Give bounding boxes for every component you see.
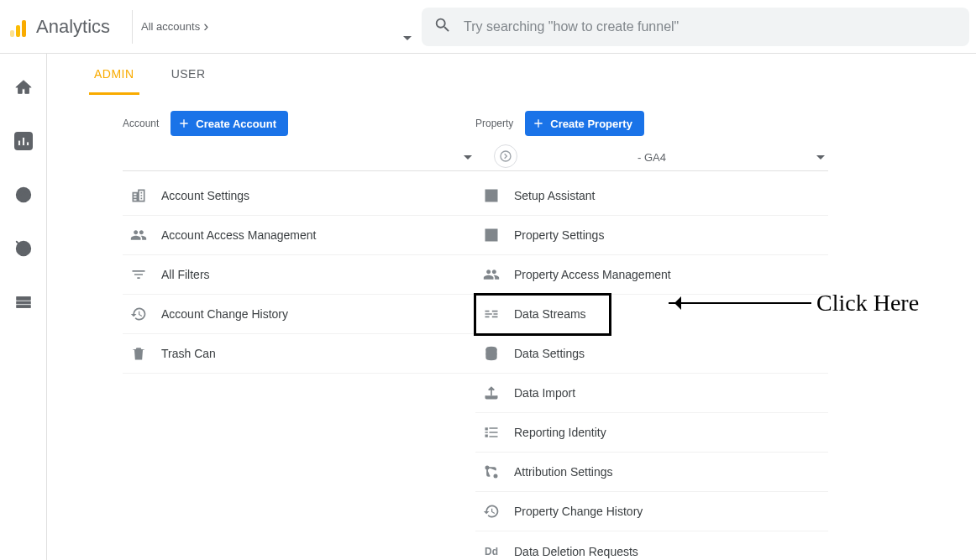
property-settings-item[interactable]: Property Settings (475, 216, 828, 255)
svg-rect-7 (16, 301, 30, 304)
account-picker[interactable]: All accounts › (141, 7, 418, 47)
admin-main: ADMIN USER Account Create Account (47, 54, 976, 560)
menu-item-label: Account Change History (161, 307, 288, 321)
account-column-label: Account (123, 118, 159, 129)
reporting-identity-item[interactable]: Reporting Identity (475, 413, 828, 453)
data-streams-item[interactable]: Data Streams (475, 295, 610, 334)
svg-rect-0 (18, 140, 20, 145)
nav-reports-button[interactable] (7, 124, 40, 158)
svg-rect-6 (16, 297, 30, 301)
menu-item-label: Data Settings (514, 347, 585, 360)
menu-item-label: Setup Assistant (514, 189, 596, 202)
caret-down-icon (464, 155, 472, 160)
menu-item-label: Property Settings (514, 228, 604, 242)
setup-assistant-item[interactable]: Setup Assistant (475, 176, 828, 216)
menu-item-label: Reporting Identity (514, 426, 606, 439)
svg-point-15 (485, 466, 488, 468)
left-nav-rail (0, 54, 47, 560)
create-property-button-label: Create Property (550, 118, 632, 130)
data-settings-item[interactable]: Data Settings (475, 334, 828, 374)
menu-item-label: Data Streams (514, 307, 586, 321)
people-icon (129, 226, 148, 244)
search-input[interactable] (464, 19, 958, 34)
upload-icon (482, 384, 501, 402)
trash-can-item[interactable]: Trash Can (123, 334, 475, 374)
caret-down-icon (816, 155, 825, 160)
account-menu: Account Settings Account Access Manageme… (123, 176, 475, 374)
menu-item-label: Property Access Management (514, 268, 671, 281)
account-selector[interactable] (123, 144, 475, 171)
create-account-button[interactable]: Create Account (171, 111, 288, 136)
nav-advertising-button[interactable] (7, 232, 40, 265)
streams-icon (482, 305, 501, 323)
account-settings-item[interactable]: Account Settings (123, 176, 475, 216)
trash-icon (129, 344, 148, 363)
nav-configure-button[interactable] (7, 285, 40, 319)
property-column-label: Property (475, 118, 513, 129)
property-selector-value: - GA4 (638, 151, 666, 164)
caret-down-icon (403, 36, 412, 40)
property-menu: Setup Assistant Property Settings Proper… (475, 176, 828, 560)
data-deletion-requests-item[interactable]: Dd Data Deletion Requests (475, 531, 828, 560)
filter-icon (129, 265, 148, 284)
property-change-history-item[interactable]: Property Change History (475, 492, 828, 531)
search-bar[interactable] (422, 8, 969, 46)
create-property-button[interactable]: Create Property (525, 111, 644, 136)
account-change-history-item[interactable]: Account Change History (123, 295, 475, 334)
menu-item-label: Trash Can (161, 347, 216, 360)
data-import-item[interactable]: Data Import (475, 374, 828, 413)
account-access-management-item[interactable]: Account Access Management (123, 216, 475, 255)
product-name: Analytics (36, 16, 110, 38)
logo-wrap: Analytics (7, 16, 120, 38)
history-icon (129, 305, 148, 323)
account-picker-line1: All accounts (141, 20, 200, 33)
check-square-icon (482, 186, 501, 205)
svg-point-16 (494, 474, 496, 477)
nav-home-button[interactable] (7, 71, 40, 104)
menu-item-label: All Filters (161, 268, 210, 281)
svg-rect-2 (26, 142, 29, 146)
building-icon (129, 186, 148, 205)
svg-rect-11 (485, 229, 496, 240)
identity-icon (482, 423, 501, 442)
tab-user[interactable]: USER (166, 54, 211, 95)
property-column: Property Create Property - GA4 Setup Ass… (475, 111, 828, 560)
tab-admin[interactable]: ADMIN (89, 54, 139, 95)
attribution-settings-item[interactable]: Attribution Settings (475, 453, 828, 492)
property-access-management-item[interactable]: Property Access Management (475, 255, 828, 295)
analytics-logo-icon (10, 17, 28, 37)
plus-icon (177, 117, 191, 130)
menu-item-label: Property Change History (514, 505, 643, 518)
menu-item-label: Account Access Management (161, 228, 316, 242)
svg-rect-1 (22, 137, 24, 145)
menu-item-label: Account Settings (161, 189, 249, 202)
plus-icon (532, 117, 545, 130)
panel-icon (482, 226, 501, 244)
property-selector[interactable]: - GA4 (475, 144, 828, 171)
all-filters-item[interactable]: All Filters (123, 255, 475, 295)
menu-item-label: Data Import (514, 386, 575, 400)
app-header: Analytics All accounts › (0, 0, 976, 54)
search-icon (433, 16, 452, 38)
database-icon (482, 344, 501, 363)
admin-tabs: ADMIN USER (67, 54, 956, 96)
dd-icon: Dd (482, 542, 501, 561)
svg-rect-8 (16, 306, 30, 308)
account-column: Account Create Account Account Settings (123, 111, 475, 560)
history-icon (482, 502, 501, 521)
attribution-icon (482, 463, 501, 481)
create-account-button-label: Create Account (196, 118, 276, 130)
nav-explore-button[interactable] (7, 178, 40, 212)
header-divider (132, 10, 133, 44)
menu-item-label: Attribution Settings (514, 465, 613, 479)
menu-item-label: Data Deletion Requests (514, 545, 638, 558)
people-icon (482, 265, 501, 284)
chevron-right-icon: › (203, 18, 208, 35)
